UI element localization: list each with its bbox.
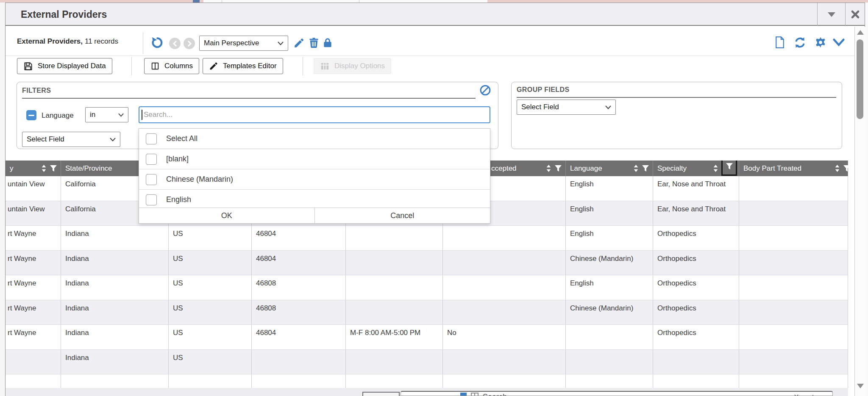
cancel-button[interactable]: Cancel <box>314 208 490 223</box>
checkbox-unchecked[interactable] <box>146 194 157 205</box>
table-cell <box>566 350 653 374</box>
table-cell <box>346 275 443 300</box>
next-button[interactable] <box>184 38 195 49</box>
circle-slash-icon <box>479 84 491 96</box>
table-cell: Indiana <box>61 251 169 275</box>
filter-icon[interactable] <box>642 165 649 172</box>
refresh-button[interactable] <box>793 36 807 49</box>
table-cell <box>739 374 848 388</box>
table-cell <box>566 325 653 349</box>
column-header-Language[interactable]: Language <box>566 161 653 176</box>
table-cell: English <box>566 201 653 226</box>
filter-operator-select[interactable]: in <box>85 107 128 122</box>
table-row[interactable]: rt WayneIndianaUS46804EnglishOrthopedics <box>6 226 848 251</box>
group-field-select[interactable]: Select Field <box>517 100 616 115</box>
bottom-search-bar[interactable]: Search ✕ △ <box>401 391 833 396</box>
sort-icon[interactable] <box>713 164 718 172</box>
edit-perspective-button[interactable] <box>293 37 305 49</box>
table-cell: US <box>169 226 252 250</box>
filter-icon[interactable] <box>843 165 848 172</box>
column-header-y[interactable]: y <box>6 161 61 176</box>
settings-button[interactable] <box>814 36 827 49</box>
table-cell: rt Wayne <box>6 325 61 349</box>
column-header-Body Part Treated[interactable]: Body Part Treated <box>739 161 848 176</box>
column-label: Body Part Treated <box>743 164 801 173</box>
table-row[interactable]: rt WayneIndianaUS46808Chinese (Mandarin)… <box>6 300 848 325</box>
table-cell <box>739 176 848 201</box>
file-icon <box>774 36 786 49</box>
table-cell: Orthopedics <box>653 226 739 250</box>
table-cell: Ear, Nose and Throat <box>653 201 739 226</box>
new-document-button[interactable] <box>774 36 786 49</box>
filter-search-input[interactable] <box>139 106 490 123</box>
table-cell <box>739 226 848 250</box>
filter-icon[interactable] <box>554 165 562 172</box>
filter-option[interactable]: [blank] <box>139 149 490 169</box>
dialog-collapse-button[interactable] <box>817 3 845 26</box>
caret-down-icon <box>828 12 835 17</box>
filter-icon[interactable] <box>50 165 57 172</box>
scroll-down-arrow-icon[interactable] <box>857 384 864 388</box>
table-row[interactable]: rt WayneIndianaUS46808EnglishOrthopedics <box>6 275 848 300</box>
scrollbar-thumb[interactable] <box>857 39 863 119</box>
column-label: State/Province <box>65 164 112 173</box>
table-cell: No <box>443 325 566 349</box>
warning-icon[interactable]: △ <box>810 393 815 396</box>
undo-button[interactable] <box>150 36 164 49</box>
table-cell <box>653 350 739 374</box>
previous-button[interactable] <box>169 38 181 49</box>
table-cell <box>346 300 443 325</box>
table-row[interactable]: rt WayneIndianaUS46804Chinese (Mandarin)… <box>6 251 848 276</box>
lock-perspective-button[interactable] <box>322 37 333 49</box>
table-cell <box>346 350 443 374</box>
templates-editor-button[interactable]: Templates Editor <box>203 58 283 74</box>
close-icon[interactable]: ✕ <box>793 393 799 396</box>
sort-icon[interactable] <box>546 164 551 172</box>
vertical-scrollbar[interactable] <box>854 27 865 396</box>
columns-button[interactable]: Columns <box>144 58 199 74</box>
text-cursor <box>142 110 142 120</box>
table-cell: Indiana <box>61 226 169 250</box>
sort-icon[interactable] <box>835 164 840 172</box>
table-cell <box>739 275 848 300</box>
page-left-strip <box>0 3 5 396</box>
scroll-up-arrow-icon[interactable] <box>857 30 864 35</box>
ok-button[interactable]: OK <box>139 208 314 223</box>
sort-icon[interactable] <box>633 164 639 172</box>
table-row[interactable]: IndianaUS <box>6 350 848 375</box>
filter-option-label: [blank] <box>166 155 189 163</box>
select-all-option[interactable]: Select All <box>139 129 490 149</box>
sort-icon[interactable] <box>41 164 47 172</box>
filter-option[interactable]: English <box>139 190 490 210</box>
delete-perspective-button[interactable] <box>308 37 320 49</box>
table-cell: US <box>169 325 252 349</box>
dialog-close-button[interactable] <box>845 3 865 26</box>
checkbox-unchecked[interactable] <box>146 174 157 185</box>
table-cell <box>443 350 566 374</box>
table-row[interactable] <box>6 374 848 388</box>
table-cell <box>61 374 169 388</box>
store-displayed-data-button[interactable]: Store Displayed Data <box>17 58 112 74</box>
column-header-Specialty[interactable]: Specialty <box>653 161 739 176</box>
table-cell: rt Wayne <box>6 275 61 300</box>
table-row[interactable]: rt WayneIndianaUS46804M-F 8:00 AM-5:00 P… <box>6 325 848 350</box>
filter-icon[interactable] <box>726 163 733 170</box>
filter-operator-value: in <box>90 111 95 119</box>
checkbox-unchecked[interactable] <box>146 154 157 165</box>
filter-option[interactable]: Chinese (Mandarin) <box>139 169 490 189</box>
filter-active-checkbox[interactable] <box>26 110 36 120</box>
group-fields-title: GROUP FIELDS <box>517 86 570 94</box>
table-cell <box>443 374 566 388</box>
collapse-toolbar-button[interactable] <box>832 38 845 47</box>
table-cell <box>443 300 566 325</box>
table-cell: US <box>169 275 252 300</box>
clear-filters-button[interactable] <box>479 84 491 96</box>
perspective-select[interactable]: Main Perspective <box>199 36 288 51</box>
table-cell <box>443 275 566 300</box>
checkbox-unchecked[interactable] <box>146 133 157 144</box>
columns-button-label: Columns <box>164 62 193 70</box>
add-filter-field-select[interactable]: Select Field <box>22 132 120 147</box>
table-cell: US <box>169 251 252 275</box>
bottom-partial-button[interactable] <box>362 392 400 396</box>
table-cell <box>6 374 61 388</box>
